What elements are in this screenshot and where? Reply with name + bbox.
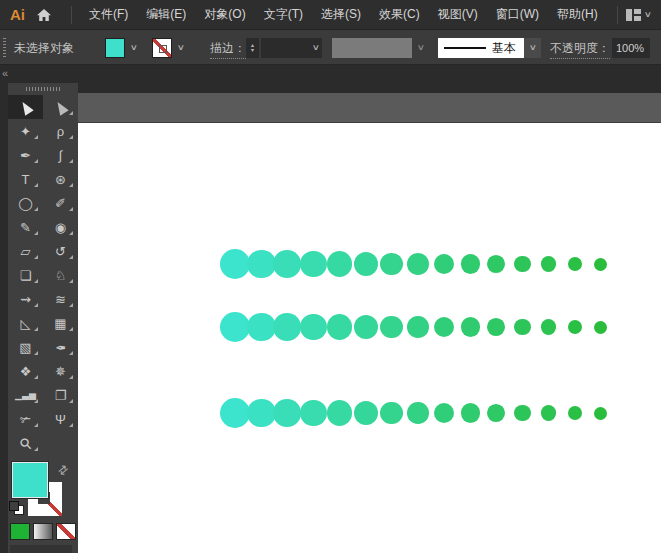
mesh-tool[interactable]: ▦	[43, 311, 78, 335]
artwork-dot[interactable]	[594, 258, 607, 271]
blend-tool[interactable]: ❖	[8, 359, 43, 383]
artwork-dot[interactable]	[407, 316, 429, 338]
artwork-dot[interactable]	[327, 400, 352, 425]
menu-type[interactable]: 文字(T)	[255, 6, 312, 23]
artwork-dot[interactable]	[273, 250, 301, 278]
variable-width-profile-chevron[interactable]: ∨	[524, 38, 541, 58]
artwork-dot[interactable]	[220, 249, 250, 279]
artwork-dot[interactable]	[354, 315, 378, 339]
home-icon[interactable]	[35, 7, 53, 23]
direct-selection-tool[interactable]	[43, 95, 78, 119]
artwork-dot[interactable]	[461, 254, 480, 273]
artwork-dot[interactable]	[461, 317, 480, 336]
workspace-switcher[interactable]: ∨	[609, 6, 661, 24]
default-fill-stroke-icon[interactable]	[9, 501, 23, 514]
artwork-dot[interactable]	[568, 257, 582, 271]
warp-tool[interactable]: ≋	[43, 287, 78, 311]
gradient-tool[interactable]: ▧	[8, 335, 43, 359]
artwork-dot[interactable]	[541, 319, 556, 334]
fill-swatch-dropdown[interactable]: ∨	[127, 38, 141, 58]
gradient-mode-button[interactable]	[33, 523, 53, 540]
artwork-dot[interactable]	[514, 256, 531, 273]
artwork-dot[interactable]	[514, 319, 531, 336]
artwork-dot[interactable]	[327, 251, 352, 276]
opacity-label[interactable]: 不透明度：	[550, 40, 610, 59]
stroke-weight-label[interactable]: 描边：	[210, 40, 246, 59]
artwork-dot[interactable]	[407, 402, 429, 424]
hand-tool[interactable]: Ψ	[43, 407, 78, 431]
selection-tool[interactable]	[8, 95, 43, 119]
fill-swatch[interactable]	[105, 38, 125, 58]
menu-effect[interactable]: 效果(C)	[370, 6, 429, 23]
twirl-tool[interactable]: ◉	[43, 215, 78, 239]
artwork-dot[interactable]	[300, 314, 326, 340]
menu-window[interactable]: 窗口(W)	[487, 6, 548, 23]
paintbrush-tool[interactable]: ✐	[43, 191, 78, 215]
zoom-tool[interactable]: ⚲	[8, 431, 43, 455]
artwork-dot[interactable]	[300, 251, 326, 277]
collapse-panel-icon[interactable]: «	[2, 67, 8, 79]
artwork-dot[interactable]	[220, 312, 250, 342]
artwork-dot[interactable]	[514, 405, 531, 422]
artwork-dot[interactable]	[327, 314, 352, 339]
puppet-warp-tool[interactable]: ♘	[43, 263, 78, 287]
slice-tool[interactable]: ✃	[8, 407, 43, 431]
panel-grip[interactable]	[3, 38, 6, 58]
artwork-dot[interactable]	[273, 399, 301, 427]
opacity-input[interactable]: 100%	[612, 38, 650, 58]
eyedropper-tool[interactable]: ✒	[43, 335, 78, 359]
symbol-sprayer-tool[interactable]: ✵	[43, 359, 78, 383]
menu-help[interactable]: 帮助(H)	[548, 6, 607, 23]
artwork-dot[interactable]	[568, 406, 582, 420]
magic-wand-tool[interactable]: ✦	[8, 119, 43, 143]
toolbar-drag-handle[interactable]	[26, 87, 60, 91]
artwork-dot[interactable]	[407, 253, 429, 275]
type-tool[interactable]: T	[8, 167, 43, 191]
ellipse-tool[interactable]: ◯	[8, 191, 43, 215]
pencil-tool[interactable]: ✎	[8, 215, 43, 239]
menu-view[interactable]: 视图(V)	[429, 6, 487, 23]
artwork-dot[interactable]	[594, 407, 607, 420]
artwork-dot[interactable]	[461, 403, 480, 422]
artwork-dot[interactable]	[568, 320, 582, 334]
artwork-dot[interactable]	[300, 400, 326, 426]
none-mode-button[interactable]	[56, 523, 76, 540]
artwork-dot[interactable]	[273, 313, 301, 341]
draw-mode-bar[interactable]	[10, 545, 72, 553]
artwork-dot[interactable]	[247, 250, 276, 279]
artboard-tool[interactable]: ❐	[43, 383, 78, 407]
artwork-dot[interactable]	[354, 401, 378, 425]
artwork-dot[interactable]	[541, 256, 556, 271]
menu-select[interactable]: 选择(S)	[312, 6, 370, 23]
menu-edit[interactable]: 编辑(E)	[137, 6, 195, 23]
column-graph-tool[interactable]: ▁▃▅	[8, 383, 43, 407]
stroke-weight-input[interactable]: ∨	[261, 38, 322, 58]
artwork-dot[interactable]	[354, 252, 378, 276]
fill-color-indicator[interactable]	[12, 462, 48, 498]
artwork-dot[interactable]	[247, 399, 276, 428]
width-tool[interactable]: ⇝	[8, 287, 43, 311]
curvature-tool[interactable]: ∫	[43, 143, 78, 167]
artwork-dot[interactable]	[220, 398, 250, 428]
rotate-tool[interactable]: ↺	[43, 239, 78, 263]
pen-tool[interactable]: ✒	[8, 143, 43, 167]
stroke-swatch[interactable]	[152, 38, 172, 58]
twirl-tool-icon: ◉	[55, 221, 66, 234]
chevron-down-icon: ∨	[312, 44, 320, 52]
artwork-dot[interactable]	[247, 313, 276, 342]
swap-fill-stroke-icon[interactable]: ⇄	[55, 461, 72, 478]
menu-file[interactable]: 文件(F)	[80, 6, 137, 23]
stroke-swatch-dropdown[interactable]: ∨	[174, 38, 188, 58]
perspective-grid-tool[interactable]: ◺	[8, 311, 43, 335]
scale-tool[interactable]: ❏	[8, 263, 43, 287]
stepper-down-icon[interactable]: ▾	[251, 48, 254, 53]
shaper-tool[interactable]: ⊛	[43, 167, 78, 191]
color-mode-button[interactable]	[10, 523, 30, 540]
variable-width-profile[interactable]: 基本	[438, 38, 524, 58]
stroke-weight-stepper[interactable]: ▴ ▾	[246, 38, 259, 58]
menu-object[interactable]: 对象(O)	[195, 6, 254, 23]
lasso-tool[interactable]: ρ	[43, 119, 78, 143]
eraser-tool[interactable]: ▱	[8, 239, 43, 263]
artwork-dot[interactable]	[541, 405, 556, 420]
artwork-dot[interactable]	[594, 321, 607, 334]
